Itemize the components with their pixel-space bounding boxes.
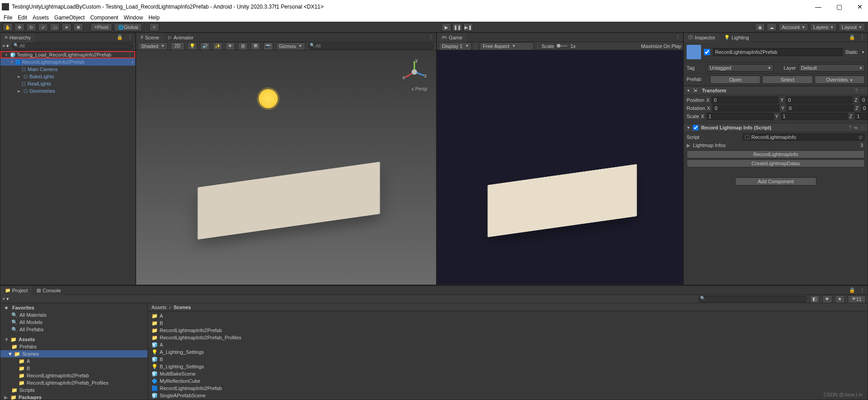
project-search[interactable] bbox=[698, 296, 807, 302]
project-breadcrumb[interactable]: Assets› Scenes bbox=[148, 303, 868, 311]
pivot-toggle[interactable]: ⌖ Pivot bbox=[90, 23, 112, 31]
persp-toggle[interactable]: ≤ Persp bbox=[412, 86, 427, 91]
project-lock-icon[interactable]: 🔒 bbox=[847, 287, 857, 293]
audio-toggle-icon[interactable]: 🔊 bbox=[200, 42, 210, 50]
script-object-field[interactable]: RecordLightmapInfo ⊙ bbox=[743, 133, 865, 141]
star-icon[interactable]: ★ bbox=[835, 295, 845, 303]
pause-button[interactable]: ❚❚ bbox=[452, 23, 462, 31]
project-item[interactable]: 🧊A bbox=[148, 341, 868, 348]
filter-icon[interactable]: ◧ bbox=[810, 295, 820, 303]
rot-x-field[interactable] bbox=[712, 105, 779, 112]
prefab-open-button[interactable]: Open bbox=[710, 76, 760, 84]
component-menu-icon[interactable]: ⋮ bbox=[860, 88, 865, 93]
hidden-toggle-icon[interactable]: 👁 bbox=[225, 42, 235, 50]
help-icon[interactable]: ? bbox=[855, 88, 858, 93]
layout-dropdown[interactable]: Layout▼ bbox=[839, 23, 865, 31]
hierarchy-item[interactable]: ▶☐Geometries bbox=[0, 87, 135, 95]
draw-mode-dropdown[interactable]: Shaded▼ bbox=[138, 42, 168, 50]
tools-icon[interactable]: 🛠 bbox=[251, 42, 261, 50]
gizmos-dropdown[interactable]: Gizmos▼ bbox=[276, 42, 305, 50]
inspector-tab[interactable]: ⓘInspector bbox=[684, 33, 720, 42]
hierarchy-item[interactable]: ☐RealLights bbox=[0, 80, 135, 87]
scale-tool[interactable]: ⤢ bbox=[38, 23, 48, 31]
tag-dropdown[interactable]: Untagged▼ bbox=[707, 64, 773, 71]
project-file-list[interactable]: 📁A📁B📁RecordLightmapInfo2Prefab📁RecordLig… bbox=[148, 311, 868, 400]
project-item[interactable]: 🔷MyReflectionCube bbox=[148, 377, 868, 385]
hierarchy-lock-icon[interactable]: 🔒 bbox=[115, 34, 125, 40]
project-item[interactable]: 🧊B bbox=[148, 356, 868, 363]
orientation-gizmo[interactable]: y z x bbox=[401, 58, 428, 86]
aspect-dropdown[interactable]: Free Aspect▼ bbox=[479, 42, 534, 50]
inspector-lock-icon[interactable]: 🔒 bbox=[847, 34, 857, 40]
step-button[interactable]: ▶❚ bbox=[463, 23, 473, 31]
scene-row[interactable]: ▼🧊 Testing_Load_RecordLightmapInfo2Prefa… bbox=[0, 51, 135, 58]
hierarchy-item[interactable]: ▶☐BakeLights bbox=[0, 73, 135, 80]
camera-icon[interactable]: 📷 bbox=[263, 42, 273, 50]
script-enabled-checkbox[interactable] bbox=[693, 125, 698, 130]
menu-edit[interactable]: Edit bbox=[18, 14, 27, 21]
project-item[interactable]: 🧊MultiBakeScene bbox=[148, 370, 868, 377]
inspector-menu-icon[interactable]: ⋮ bbox=[857, 34, 868, 40]
pos-z-field[interactable] bbox=[860, 96, 868, 104]
project-create-dropdown[interactable]: + ▾ bbox=[2, 296, 9, 302]
gameobject-name-field[interactable] bbox=[713, 48, 843, 56]
hierarchy-item[interactable]: ☐Main Camera bbox=[0, 66, 135, 73]
scale-z-field[interactable] bbox=[855, 113, 868, 120]
menu-file[interactable]: File bbox=[4, 14, 12, 21]
console-tab[interactable]: ▤Console bbox=[32, 286, 65, 295]
component-menu-icon[interactable]: ⋮ bbox=[860, 125, 865, 130]
scene-search[interactable]: All bbox=[308, 43, 434, 49]
project-menu-icon[interactable]: ⋮ bbox=[857, 287, 868, 293]
menu-help[interactable]: Help bbox=[148, 14, 160, 21]
preset-icon[interactable]: ⇆ bbox=[854, 125, 858, 130]
menu-component[interactable]: Component bbox=[90, 14, 118, 21]
grid-toggle-icon[interactable]: ⊞ bbox=[238, 42, 248, 50]
hidden-count[interactable]: 👁 11 bbox=[848, 295, 866, 303]
rot-z-field[interactable] bbox=[861, 105, 868, 112]
mode-2d-toggle[interactable]: 2D bbox=[171, 42, 185, 50]
project-item[interactable]: 📁RecordLightmapInfo2Prefab bbox=[148, 327, 868, 334]
game-menu-icon[interactable]: ⋮ bbox=[673, 34, 683, 40]
move-tool[interactable]: ✥ bbox=[14, 23, 24, 31]
scene-tab[interactable]: #Scene bbox=[136, 33, 164, 42]
favorite-icon[interactable]: ❖ bbox=[822, 295, 832, 303]
rotate-tool[interactable]: ↻ bbox=[26, 23, 36, 31]
hand-tool[interactable]: ✋ bbox=[3, 23, 13, 31]
transform-tool[interactable]: ✦ bbox=[62, 23, 71, 31]
layer-dropdown[interactable]: Default▼ bbox=[799, 64, 865, 71]
create-lightmap-button[interactable]: CreateLightmapDatas bbox=[687, 159, 865, 167]
game-viewport[interactable] bbox=[437, 50, 683, 285]
go-active-checkbox[interactable] bbox=[704, 49, 710, 55]
account-dropdown[interactable]: Account▼ bbox=[778, 23, 808, 31]
maximize-toggle[interactable]: Maximize On Play bbox=[641, 43, 681, 49]
transform-header[interactable]: ▼⇲ Transform ? ⋮ bbox=[684, 86, 868, 95]
prefab-select-button[interactable]: Select bbox=[762, 76, 812, 84]
hierarchy-tab[interactable]: ≡Hierarchy bbox=[0, 33, 35, 42]
scene-menu-icon[interactable]: ⋮ bbox=[426, 34, 436, 40]
pos-x-field[interactable] bbox=[711, 96, 778, 104]
game-tab[interactable]: 🎮Game bbox=[437, 33, 467, 42]
prefab-overrides-button[interactable]: Overrides ▼ bbox=[815, 76, 865, 84]
menu-assets[interactable]: Assets bbox=[33, 14, 49, 21]
gameobject-icon[interactable] bbox=[687, 45, 701, 59]
custom-tool[interactable]: ✖ bbox=[73, 23, 83, 31]
scene-viewport[interactable]: y z x ≤ Persp bbox=[136, 50, 436, 285]
fx-toggle-icon[interactable]: ✨ bbox=[213, 42, 223, 50]
cloud-icon[interactable]: ☁ bbox=[767, 23, 777, 31]
display-dropdown[interactable]: Display 1▼ bbox=[439, 42, 472, 50]
project-item[interactable]: 🟦RecordLightmapInfo2Prefab bbox=[148, 385, 868, 392]
global-toggle[interactable]: 🌐 Global bbox=[114, 23, 142, 31]
project-item[interactable]: 📁A bbox=[148, 312, 868, 319]
add-component-button[interactable]: Add Component bbox=[735, 177, 816, 186]
collab-icon[interactable]: ◉ bbox=[755, 23, 765, 31]
project-tab[interactable]: 📁Project bbox=[0, 286, 32, 295]
play-button[interactable]: ▶ bbox=[441, 23, 451, 31]
script-component-header[interactable]: ▼ Record Lightmap Info (Script) ? ⇆ ⋮ bbox=[684, 123, 868, 132]
hierarchy-menu-icon[interactable]: ⋮ bbox=[125, 34, 135, 40]
project-item[interactable]: 💡B_Lighting_Settings bbox=[148, 363, 868, 370]
help-icon[interactable]: ? bbox=[849, 125, 851, 130]
hierarchy-search[interactable]: All bbox=[12, 43, 133, 49]
project-item[interactable]: 🧊SingleBPrefabScene bbox=[148, 399, 868, 400]
minimize-button[interactable]: — bbox=[812, 3, 825, 10]
project-item[interactable]: 📁RecordLightmapInfo2Prefab_Profiles bbox=[148, 334, 868, 341]
